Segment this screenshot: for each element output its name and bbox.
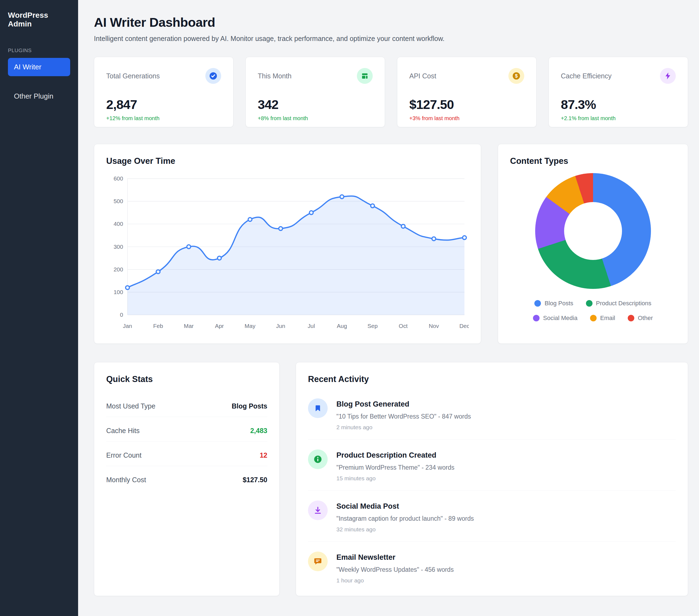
sidebar-item-ai-writer[interactable]: AI Writer xyxy=(8,58,70,76)
legend-item-other[interactable]: Other xyxy=(628,315,653,322)
content-types-card: Content Types Blog Posts Product Descrip… xyxy=(498,144,688,344)
download-icon xyxy=(308,500,328,520)
quick-stat-row-monthly-cost: Monthly Cost $127.50 xyxy=(106,466,267,490)
legend-dot xyxy=(535,300,541,307)
svg-text:Sep: Sep xyxy=(368,323,378,329)
svg-text:Oct: Oct xyxy=(399,323,408,329)
stat-change: +2.1% from last month xyxy=(561,115,676,121)
stat-change: +8% from last month xyxy=(258,115,373,121)
page-title: AI Writer Dashboard xyxy=(94,15,688,30)
stat-value: 2,847 xyxy=(106,97,221,112)
stat-card-api-cost: API Cost $ $127.50 +3% from last month xyxy=(397,57,537,127)
dollar-coin-icon: $ xyxy=(509,68,524,84)
legend-dot xyxy=(586,300,593,307)
svg-text:Mar: Mar xyxy=(184,323,194,329)
svg-text:May: May xyxy=(245,323,255,329)
stat-change: +12% from last month xyxy=(106,115,221,121)
activity-item-social-media: Social Media Post "Instagram caption for… xyxy=(308,491,676,542)
stat-value: 342 xyxy=(258,97,373,112)
activity-detail: "10 Tips for Better WordPress SEO" - 847… xyxy=(337,413,471,420)
charts-row: Usage Over Time 0100200300400500600JanFe… xyxy=(94,144,688,344)
legend-label: Email xyxy=(600,315,615,322)
svg-text:200: 200 xyxy=(114,266,123,273)
message-icon xyxy=(308,552,328,571)
stat-value: $127.50 xyxy=(409,97,524,112)
legend-item-social-media[interactable]: Social Media xyxy=(533,315,578,322)
stat-label: This Month xyxy=(258,72,292,80)
sidebar: WordPress Admin PLUGINS AI Writer Other … xyxy=(0,0,78,616)
svg-text:Jun: Jun xyxy=(276,323,285,329)
stat-cards-row: Total Generations 2,847 +12% from last m… xyxy=(94,57,688,127)
svg-text:0: 0 xyxy=(120,312,123,318)
activity-title: Blog Post Generated xyxy=(337,398,471,408)
stat-card-cache-efficiency: Cache Efficiency 87.3% +2.1% from last m… xyxy=(549,57,688,127)
quick-stat-row-error-count: Error Count 12 xyxy=(106,442,267,466)
stat-label: Cache Efficiency xyxy=(561,72,611,80)
quick-stat-value: 2,483 xyxy=(250,427,267,435)
quick-stats-title: Quick Stats xyxy=(106,374,267,384)
quick-stat-label: Most Used Type xyxy=(106,402,155,410)
donut-hole xyxy=(564,202,622,260)
svg-text:100: 100 xyxy=(114,289,123,295)
quick-stats-rows: Most Used Type Blog Posts Cache Hits 2,4… xyxy=(106,392,267,490)
activity-title: Product Description Created xyxy=(337,449,454,460)
activity-list: Blog Post Generated "10 Tips for Better … xyxy=(308,389,676,592)
legend-dot xyxy=(590,315,597,322)
activity-detail: "Weekly WordPress Updates" - 456 words xyxy=(337,566,454,573)
svg-text:Aug: Aug xyxy=(337,323,347,329)
main-content: AI Writer Dashboard Intelligent content … xyxy=(78,0,699,616)
activity-detail: "Premium WordPress Theme" - 234 words xyxy=(337,464,454,471)
quick-stat-label: Cache Hits xyxy=(106,427,140,435)
check-circle-icon xyxy=(205,68,221,84)
sidebar-item-other-plugin[interactable]: Other Plugin xyxy=(8,87,70,105)
activity-item-email-newsletter: Email Newsletter "Weekly WordPress Updat… xyxy=(308,542,676,592)
svg-text:600: 600 xyxy=(114,175,123,182)
stat-change: +3% from last month xyxy=(409,115,524,121)
usage-over-time-card: Usage Over Time 0100200300400500600JanFe… xyxy=(94,144,481,344)
legend-label: Social Media xyxy=(543,315,578,322)
page-subtitle: Intelligent content generation powered b… xyxy=(94,35,688,43)
stat-value: 87.3% xyxy=(561,97,676,112)
recent-activity-title: Recent Activity xyxy=(308,374,676,384)
legend-item-product-descriptions[interactable]: Product Descriptions xyxy=(586,300,651,307)
svg-text:Nov: Nov xyxy=(429,323,439,329)
activity-item-product-description: Product Description Created "Premium Wor… xyxy=(308,440,676,491)
app-title: WordPress Admin xyxy=(8,11,70,28)
quick-stat-value: $127.50 xyxy=(243,476,267,484)
svg-text:Jan: Jan xyxy=(123,323,132,329)
svg-text:$: $ xyxy=(515,73,518,79)
activity-item-blog-post: Blog Post Generated "10 Tips for Better … xyxy=(308,389,676,440)
activity-title: Social Media Post xyxy=(337,500,474,511)
activity-time: 1 hour ago xyxy=(337,577,454,584)
activity-time: 15 minutes ago xyxy=(337,475,454,482)
calendar-icon xyxy=(357,68,373,84)
svg-text:Jul: Jul xyxy=(308,323,315,329)
sidebar-nav: AI Writer Other Plugin xyxy=(8,58,70,105)
legend-dot xyxy=(628,315,634,322)
quick-stat-value: Blog Posts xyxy=(232,402,267,410)
svg-text:Dec: Dec xyxy=(459,323,469,329)
legend-item-email[interactable]: Email xyxy=(590,315,615,322)
stat-card-total-generations: Total Generations 2,847 +12% from last m… xyxy=(94,57,234,127)
activity-time: 32 minutes ago xyxy=(337,526,474,533)
quick-stat-value: 12 xyxy=(260,451,267,459)
legend-label: Other xyxy=(638,315,653,322)
usage-chart-title: Usage Over Time xyxy=(106,156,469,166)
content-types-title: Content Types xyxy=(510,156,676,166)
svg-text:Feb: Feb xyxy=(153,323,163,329)
usage-line-chart: 0100200300400500600JanFebMarAprMayJunJul… xyxy=(106,174,469,336)
activity-title: Email Newsletter xyxy=(337,552,454,562)
svg-text:400: 400 xyxy=(114,221,123,227)
legend-item-blog-posts[interactable]: Blog Posts xyxy=(535,300,573,307)
svg-text:500: 500 xyxy=(114,198,123,204)
quick-stats-card: Quick Stats Most Used Type Blog Posts Ca… xyxy=(94,362,280,596)
activity-time: 2 minutes ago xyxy=(337,424,471,431)
donut-legend: Blog Posts Product Descriptions Social M… xyxy=(513,300,674,322)
info-circle-icon xyxy=(308,449,328,469)
quick-stat-label: Error Count xyxy=(106,451,142,459)
bookmark-icon xyxy=(308,398,328,418)
legend-label: Blog Posts xyxy=(544,300,573,307)
quick-stat-row-most-used-type: Most Used Type Blog Posts xyxy=(106,392,267,417)
quick-stat-row-cache-hits: Cache Hits 2,483 xyxy=(106,417,267,442)
stat-label: API Cost xyxy=(409,72,436,80)
